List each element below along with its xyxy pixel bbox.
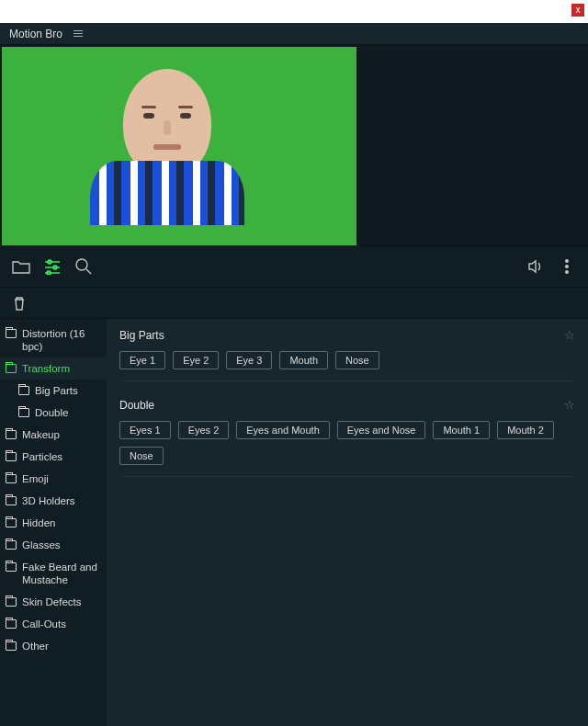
folder-icon xyxy=(6,641,17,651)
preset-chip[interactable]: Mouth 1 xyxy=(433,421,490,439)
sidebar-item[interactable]: Other xyxy=(0,635,107,657)
preset-section: Big Parts☆Eye 1Eye 2Eye 3MouthNose xyxy=(119,328,575,381)
folder-icon xyxy=(6,562,17,572)
sidebar-item-label: Hidden xyxy=(22,516,55,529)
sidebar-item-label: Fake Beard and Mustache xyxy=(22,561,101,586)
folder-icon xyxy=(11,258,31,275)
section-header: Double☆ xyxy=(119,398,575,412)
sidebar-item[interactable]: Call-Outs xyxy=(0,613,107,635)
speaker-icon xyxy=(527,258,544,275)
volume-button[interactable] xyxy=(520,251,551,282)
preset-chip[interactable]: Eyes 1 xyxy=(119,421,171,439)
more-button[interactable] xyxy=(551,251,582,282)
folder-icon xyxy=(6,452,17,461)
svg-line-7 xyxy=(86,269,91,274)
folder-icon xyxy=(6,619,17,629)
sidebar-item-label: Distortion (16 bpc) xyxy=(22,327,101,353)
svg-point-10 xyxy=(566,271,569,274)
preset-chip[interactable]: Eyes 2 xyxy=(178,421,230,439)
favorite-star-icon[interactable]: ☆ xyxy=(564,328,575,342)
section-header: Big Parts☆ xyxy=(119,328,575,342)
main-toolbar xyxy=(0,245,588,288)
sidebar-item-label: Double xyxy=(35,406,68,419)
section-title: Big Parts xyxy=(119,329,164,342)
sliders-icon xyxy=(43,258,62,275)
folder-icon xyxy=(6,518,17,527)
sidebar-item[interactable]: Fake Beard and Mustache xyxy=(0,556,107,591)
preview-area xyxy=(2,47,356,245)
sidebar-item[interactable]: Double xyxy=(0,402,107,424)
preset-chip[interactable]: Nose xyxy=(119,447,164,465)
panel-header: Motion Bro xyxy=(0,23,588,45)
folder-icon xyxy=(6,430,17,439)
preset-chip[interactable]: Eyes and Nose xyxy=(337,421,426,439)
folder-icon xyxy=(18,386,29,395)
folder-icon xyxy=(6,329,17,338)
svg-point-6 xyxy=(76,259,87,270)
preview-face-placeholder xyxy=(112,69,222,207)
preset-chip[interactable]: Eye 2 xyxy=(173,351,219,369)
close-button[interactable]: x xyxy=(571,4,584,17)
hamburger-icon xyxy=(74,30,83,37)
sidebar-item-label: Transform xyxy=(22,362,70,375)
trash-icon xyxy=(13,296,26,311)
preset-chip[interactable]: Mouth xyxy=(279,351,328,369)
panel-title: Motion Bro xyxy=(9,28,62,40)
sidebar-item[interactable]: Transform xyxy=(0,357,107,380)
folder-icon xyxy=(18,408,29,417)
sidebar-item[interactable]: Hidden xyxy=(0,512,107,534)
window-titlebar: x xyxy=(0,0,588,23)
folder-icon xyxy=(6,540,17,550)
sidebar-item[interactable]: Particles xyxy=(0,446,107,468)
preset-section: Double☆Eyes 1Eyes 2Eyes and MouthEyes an… xyxy=(119,398,575,477)
sidebar-item[interactable]: Skin Defects xyxy=(0,591,107,613)
preset-chip[interactable]: Nose xyxy=(335,351,379,369)
folder-icon xyxy=(6,474,17,483)
panel-menu-button[interactable] xyxy=(74,30,83,37)
folder-icon xyxy=(6,364,17,373)
sidebar-item-label: Other xyxy=(22,640,49,652)
sidebar-item[interactable]: Emoji xyxy=(0,468,107,490)
preset-chip[interactable]: Mouth 2 xyxy=(497,421,554,439)
section-title: Double xyxy=(119,399,154,412)
preset-content: Big Parts☆Eye 1Eye 2Eye 3MouthNoseDouble… xyxy=(107,319,588,726)
sidebar-item-label: Call-Outs xyxy=(22,618,66,630)
sidebar-item-label: Skin Defects xyxy=(22,596,82,608)
chip-row: Eyes 1Eyes 2Eyes and MouthEyes and NoseM… xyxy=(119,421,575,477)
preset-chip[interactable]: Eye 3 xyxy=(226,351,272,369)
sidebar-item[interactable]: Distortion (16 bpc) xyxy=(0,323,107,357)
category-sidebar: Distortion (16 bpc)TransformBig PartsDou… xyxy=(0,319,107,726)
chip-row: Eye 1Eye 2Eye 3MouthNose xyxy=(119,351,575,381)
main-area: Distortion (16 bpc)TransformBig PartsDou… xyxy=(0,319,588,726)
sidebar-item[interactable]: Big Parts xyxy=(0,380,107,402)
sub-toolbar xyxy=(0,288,588,319)
folder-icon xyxy=(6,597,17,607)
sidebar-item-label: Makeup xyxy=(22,428,60,441)
favorite-star-icon[interactable]: ☆ xyxy=(564,398,575,412)
search-icon xyxy=(74,257,93,276)
sidebar-item-label: Big Parts xyxy=(35,384,78,397)
sidebar-item[interactable]: Makeup xyxy=(0,424,107,446)
svg-point-9 xyxy=(566,266,569,268)
svg-point-8 xyxy=(566,260,569,263)
filter-button[interactable] xyxy=(37,251,68,282)
folder-button[interactable] xyxy=(6,251,37,282)
sidebar-item-label: Particles xyxy=(22,450,62,463)
delete-button[interactable] xyxy=(7,291,31,315)
sidebar-item-label: Emoji xyxy=(22,472,49,485)
kebab-icon xyxy=(561,258,572,275)
sidebar-item-label: Glasses xyxy=(22,539,61,551)
sidebar-item[interactable]: Glasses xyxy=(0,534,107,556)
sidebar-item-label: 3D Holders xyxy=(22,494,75,507)
sidebar-item[interactable]: 3D Holders xyxy=(0,490,107,512)
search-button[interactable] xyxy=(68,251,99,282)
preset-chip[interactable]: Eyes and Mouth xyxy=(236,421,330,439)
preset-chip[interactable]: Eye 1 xyxy=(119,351,165,369)
folder-icon xyxy=(6,496,17,505)
